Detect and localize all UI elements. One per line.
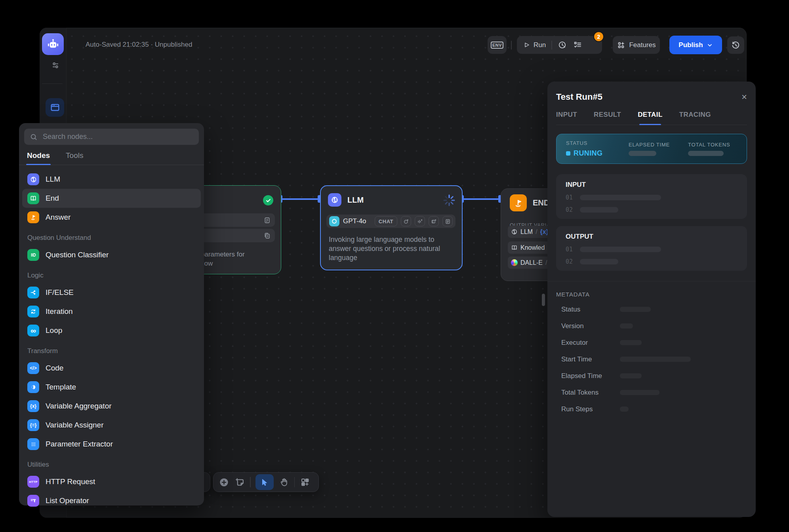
elapsed-time-skeleton [629,151,656,156]
tab-nodes[interactable]: Nodes [27,151,50,165]
section-utilities: Utilities [22,454,201,472]
node-item-variable-assigner[interactable]: {=} Variable Assigner [22,416,201,435]
total-tokens-label: TOTAL TOKENS [688,142,730,148]
search-input[interactable] [42,132,193,141]
metadata-skeleton [620,390,659,395]
publish-button[interactable]: Publish [669,36,722,54]
node-item-http-request[interactable]: HTTP HTTP Request [22,472,201,491]
tab-detail[interactable]: DETAIL [638,111,663,125]
metadata-skeleton [620,357,691,362]
node-title: LLM [347,196,364,205]
metadata-row: Version [556,321,747,331]
copy-icon [263,232,271,239]
env-button[interactable]: ENV [488,36,507,54]
node-item-answer[interactable]: Answer [22,208,201,227]
code-icon: </> [27,362,39,374]
tab-tools[interactable]: Tools [66,151,83,165]
output-skeleton [580,259,618,264]
version-history-button[interactable] [727,36,744,54]
document-icon [263,217,271,224]
parameter-extractor-icon [27,438,39,450]
node-item-if-else[interactable]: IF/ELSE [22,283,201,302]
panels-button[interactable] [46,98,64,117]
canvas-toolbar [213,472,319,492]
llm-node-description: Invoking large language models to answer… [329,235,456,262]
elapsed-time-label: ELAPSED TIME [629,142,688,148]
metadata-row: Run Steps [556,404,747,414]
test-run-panel: Test Run#5 × INPUT RESULT DETAIL TRACING… [547,82,756,517]
node-item-list-operator[interactable]: List Operator [22,491,201,510]
node-item-variable-aggregator[interactable]: {x} Variable Aggregator [22,397,201,416]
node-item-loop[interactable]: ∞ Loop [22,321,201,340]
panel-resize-handle[interactable] [542,294,545,306]
metadata-row: Total Tokens [556,388,747,397]
output-skeleton [580,247,661,252]
add-node-button[interactable] [218,477,229,488]
checklist-icon [573,40,582,49]
metadata-skeleton [620,407,629,412]
node-item-code[interactable]: </> Code [22,359,201,378]
app-logo[interactable] [42,33,64,55]
metadata-row: Elapsed Time [556,371,747,381]
tab-input[interactable]: INPUT [556,111,577,125]
preferences-button[interactable] [50,59,61,71]
audio-capability-icon [415,216,425,226]
metadata-row: Executor [556,338,747,348]
stopwatch-icon [558,40,567,49]
status-card: STATUS RUNING ELAPSED TIME TOTAL TOKENS [556,134,747,164]
run-panel-tabs: INPUT RESULT DETAIL TRACING [556,111,747,125]
section-logic: Logic [22,264,201,283]
flag-icon [510,194,527,211]
run-button[interactable]: Run [523,41,546,49]
llm-node[interactable]: LLM [320,185,463,270]
screen: Auto-Saved 21:02:35 · Unpublished ENV Ru… [0,0,789,532]
close-icon[interactable]: × [741,92,747,102]
tab-tracing[interactable]: TRACING [679,111,711,125]
vision-capability-icon [401,216,411,226]
flag-icon [27,211,39,223]
node-search-box[interactable] [24,129,199,145]
node-item-end[interactable]: End [22,189,201,208]
node-item-iteration[interactable]: Iteration [22,302,201,321]
sliders-icon [50,60,61,70]
organize-nodes-button[interactable] [299,477,311,488]
node-title: END [533,198,549,207]
node-item-parameter-extractor[interactable]: Parameter Extractor [22,435,201,454]
running-spinner-icon [443,194,455,207]
document-capability-icon [442,216,453,226]
branch-icon [27,287,39,298]
node-item-template[interactable]: Template [22,378,201,397]
section-question-understand: Question Understand [22,227,201,245]
add-note-button[interactable] [234,477,245,488]
model-name: GPT-4o [343,217,366,225]
node-item-llm[interactable]: LLM [22,170,201,189]
node-item-question-classifier[interactable]: Question Classifier [22,245,201,264]
total-tokens-skeleton [688,151,724,156]
metadata-row: Status [556,304,747,314]
openai-icon [329,216,339,226]
brain-icon [27,173,39,185]
input-skeleton [580,195,661,200]
section-transform: Transform [22,340,201,359]
metadata-skeleton [620,323,633,329]
run-history-button[interactable] [558,40,567,49]
model-selector[interactable]: GPT-4o CHAT [326,215,455,228]
env-icon: ENV [491,42,503,49]
metadata-skeleton [620,340,642,345]
template-icon [27,381,39,393]
tab-result[interactable]: RESULT [594,111,621,125]
features-button[interactable]: Features [613,36,660,54]
metadata-skeleton [620,373,642,378]
output-title: OUTPUT [566,233,738,241]
loop-infinity-icon: ∞ [27,325,39,336]
hand-tool-button[interactable] [278,477,290,488]
classifier-icon [27,249,39,261]
brain-icon [328,193,341,207]
pointer-tool-button[interactable] [255,474,274,490]
checklist-button[interactable] [573,40,582,49]
status-label: STATUS [566,140,629,146]
chevron-down-icon [707,42,713,48]
window-icon [50,102,61,113]
video-capability-icon [429,216,439,226]
variable-aggregator-icon: {x} [27,400,39,412]
